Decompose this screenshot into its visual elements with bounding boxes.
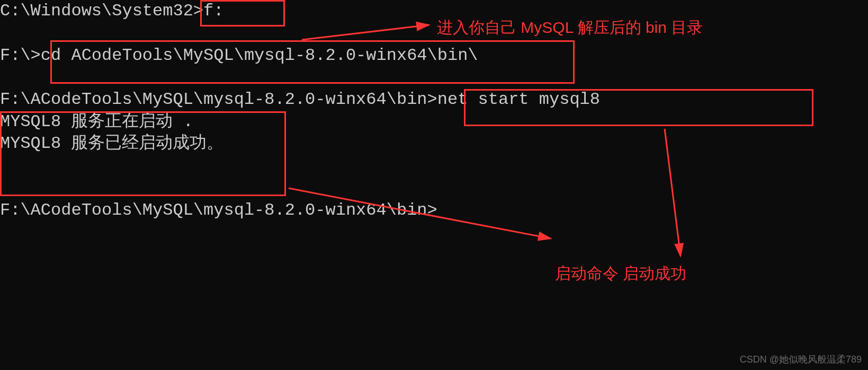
annotation-bin-dir: 进入你自己 MySQL 解压后的 bin 目录: [437, 17, 703, 38]
prompt-1: C:\Windows\System32>: [0, 1, 203, 21]
watermark-text: CSDN @她似晚风般温柔789: [740, 354, 862, 366]
output-line-2: MYSQL8 服务已经启动成功。: [0, 134, 223, 153]
prompt-3: F:\ACodeTools\MySQL\mysql-8.2.0-winx64\b…: [0, 90, 437, 109]
prompt-2: F:\>: [0, 46, 41, 65]
output-line-1: MYSQL8 服务正在启动 .: [0, 112, 193, 131]
cmd-2[interactable]: cd ACodeTools\MySQL\mysql-8.2.0-winx64\b…: [41, 46, 478, 65]
prompt-4: F:\ACodeTools\MySQL\mysql-8.2.0-winx64\b…: [0, 200, 437, 220]
annotation-start-success: 启动命令 启动成功: [555, 263, 686, 284]
cmd-1[interactable]: f:: [203, 1, 223, 21]
cmd-3[interactable]: net start mysql8: [437, 90, 600, 109]
arrow-to-start-annotation-1: [651, 126, 704, 264]
svg-line-1: [665, 129, 681, 256]
